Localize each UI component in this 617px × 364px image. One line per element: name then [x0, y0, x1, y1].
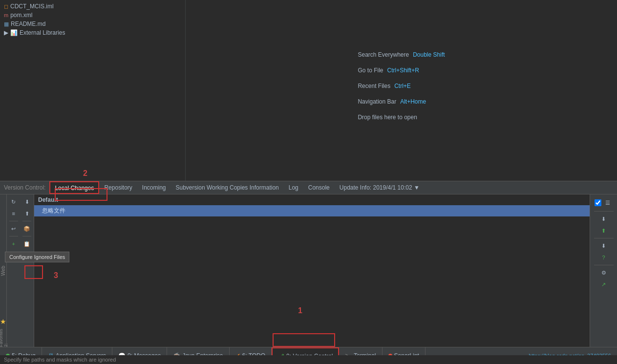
commit-btn[interactable]: ⬆	[21, 208, 32, 219]
right-sep-1	[594, 211, 614, 212]
favorites-side: ★ 2: Favorites	[0, 318, 7, 347]
shelve-btn[interactable]: 📦	[21, 223, 32, 234]
vc-right-tools: ☰ ⬇ ⬆ ⬇ ? ⚙ ↗	[590, 194, 617, 347]
shortcut-goto: Go to File Ctrl+Shift+R	[358, 67, 445, 74]
bottom-note: Specify file paths and masks which are i…	[0, 355, 617, 364]
file-tree: ◻ CDCT_MCIS.iml m pom.xml ▦ README.md ▶ …	[0, 0, 186, 181]
tree-item-iml[interactable]: ◻ CDCT_MCIS.iml	[0, 2, 185, 11]
add-btn[interactable]: +	[8, 238, 19, 249]
vc-left-tools: ↻ ≡ ↩ + ⬇ ⬆ 📦 📋	[7, 194, 34, 347]
share-btn[interactable]: ↗	[598, 279, 609, 290]
right-sep-2	[594, 238, 614, 238]
tab-local-changes[interactable]: Local Changes	[49, 181, 99, 194]
search-everywhere-key: Double Shift	[413, 51, 445, 58]
tree-item-readme[interactable]: ▦ README.md	[0, 20, 185, 28]
help-btn[interactable]: ?	[598, 252, 609, 263]
annotation-2: 2	[83, 169, 87, 178]
recent-files-label: Recent Files	[358, 83, 390, 89]
list-btn[interactable]: ☰	[602, 197, 613, 208]
goto-file-key: Ctrl+Shift+R	[387, 67, 419, 74]
vc-main-area: ↻ ≡ ↩ + ⬇ ⬆ 📦 📋 Default 忽略文件 ☰	[7, 194, 617, 347]
vc-file-area: Default 忽略文件	[34, 194, 590, 347]
annotation-1: 1	[298, 306, 302, 315]
xml-icon: m	[4, 12, 8, 18]
tab-update-info[interactable]: Update Info: 2019/4/1 10:02 ▼	[335, 181, 425, 194]
shortcut-navbar: Navigation Bar Alt+Home	[358, 98, 445, 105]
file-row-ignore[interactable]: 忽略文件	[34, 205, 590, 216]
show-checkbox[interactable]	[595, 199, 601, 206]
push-btn[interactable]: ⬆	[598, 225, 609, 236]
tree-item-pom[interactable]: m pom.xml	[0, 11, 185, 20]
tool-sep-3	[22, 221, 31, 221]
tab-log[interactable]: Log	[284, 181, 303, 194]
revert-btn[interactable]: ↩	[8, 223, 19, 234]
update-btn[interactable]: ⬇	[21, 196, 32, 207]
favorites-tab[interactable]: 2: Favorites	[0, 325, 8, 347]
tool-col-2: ⬇ ⬆ 📦 📋	[21, 194, 34, 347]
external-libraries[interactable]: ▶ 📊 External Libraries	[0, 28, 185, 37]
tool-sep-2	[9, 236, 18, 236]
download-btn[interactable]: ⬇	[598, 240, 609, 251]
favorites-star: ★	[0, 318, 6, 325]
right-sep-3	[594, 265, 614, 265]
nav-bar-label: Navigation Bar	[358, 98, 396, 105]
tool-sep-4	[22, 236, 31, 236]
shortcut-drop: Drop files here to open	[358, 114, 445, 121]
tab-repository[interactable]: Repository	[99, 181, 137, 194]
checkbox-group: ☰	[594, 196, 614, 209]
refresh-btn[interactable]: ↻	[8, 196, 19, 207]
shortcut-search: Search Everywhere Double Shift	[358, 51, 445, 58]
tool-sep-1	[9, 221, 18, 221]
tab-console[interactable]: Console	[303, 181, 335, 194]
annotation-3: 3	[54, 271, 58, 280]
vc-label: Version Control:	[0, 184, 49, 191]
group-btn[interactable]: ≡	[8, 208, 19, 219]
copy-btn[interactable]: 📋	[21, 238, 32, 249]
tree-item-readme-label: README.md	[11, 21, 45, 27]
recent-files-key: Ctrl+E	[394, 83, 411, 89]
tab-svn-info[interactable]: Subversion Working Copies Information	[171, 181, 284, 194]
iml-icon: ◻	[4, 3, 8, 10]
shortcuts-panel: Search Everywhere Double Shift Go to Fil…	[348, 42, 454, 139]
expand-icon: ▶	[4, 29, 8, 36]
changelist-default: Default	[34, 194, 590, 205]
editor-area: Search Everywhere Double Shift Go to Fil…	[186, 0, 617, 181]
tool-col-1: ↻ ≡ ↩ +	[7, 194, 21, 347]
configure-ignored-tooltip: Configure Ignored Files	[5, 252, 69, 262]
tree-item-pom-label: pom.xml	[10, 12, 32, 19]
tab-incoming[interactable]: Incoming	[137, 181, 171, 194]
drop-files-label: Drop files here to open	[358, 114, 417, 121]
chart-icon: 📊	[10, 29, 18, 36]
pull-btn[interactable]: ⬇	[598, 214, 609, 224]
goto-file-label: Go to File	[358, 67, 383, 74]
md-icon: ▦	[4, 21, 9, 27]
external-libraries-label: External Libraries	[20, 29, 65, 36]
web-tab[interactable]: Web	[0, 264, 6, 278]
shortcut-recent: Recent Files Ctrl+E	[358, 83, 445, 89]
nav-bar-key: Alt+Home	[400, 98, 426, 105]
search-everywhere-label: Search Everywhere	[358, 51, 409, 58]
vc-tabbar: Version Control: Local Changes Repositor…	[0, 181, 617, 194]
tree-item-iml-label: CDCT_MCIS.iml	[10, 3, 54, 10]
settings-btn[interactable]: ⚙	[598, 267, 609, 278]
